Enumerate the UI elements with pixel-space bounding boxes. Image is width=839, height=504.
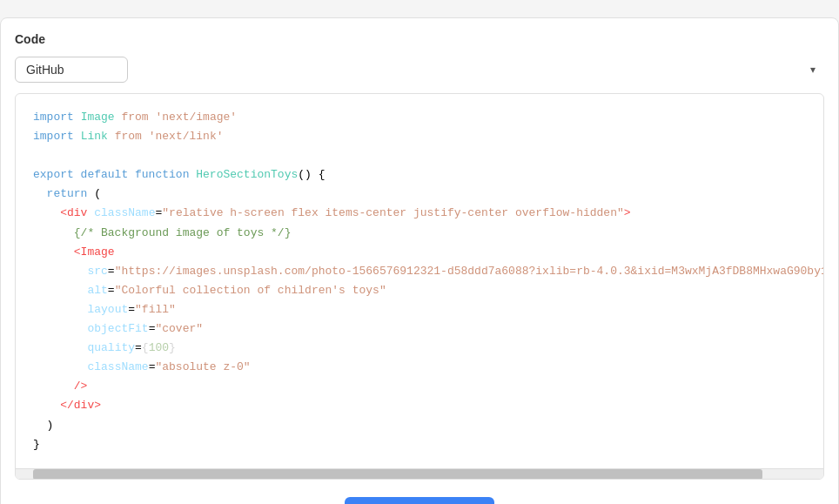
chevron-down-icon: ▾ [810, 64, 816, 76]
section-title: Code [15, 32, 824, 46]
github-select[interactable]: GitHub [15, 57, 128, 83]
github-select-wrapper: GitHub ▾ [15, 57, 824, 83]
code-panel: import Image from 'next/image' import Li… [15, 93, 824, 480]
horizontal-scrollbar[interactable] [16, 468, 823, 479]
code-scroll-area[interactable]: import Image from 'next/image' import Li… [16, 94, 823, 468]
main-container: Code GitHub ▾ import Image from 'next/im… [0, 17, 839, 504]
upload-code-button[interactable]: Upload code </> ⬆ [345, 497, 494, 504]
scrollbar-thumb[interactable] [33, 469, 762, 480]
code-block: import Image from 'next/image' import Li… [33, 108, 806, 454]
upload-btn-row: Upload code </> ⬆ [15, 480, 824, 504]
